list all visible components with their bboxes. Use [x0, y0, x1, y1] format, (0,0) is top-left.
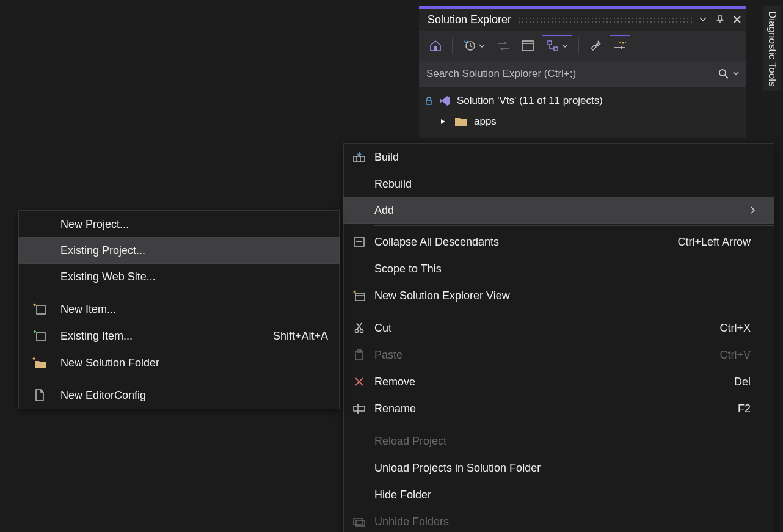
search-placeholder: Search Solution Explorer (Ctrl+;) [426, 68, 718, 80]
svg-point-9 [719, 70, 726, 76]
new-folder-icon [19, 357, 60, 369]
menu-item-new-project[interactable]: New Project... [19, 211, 339, 238]
folder-label: apps [474, 115, 497, 128]
menu-item-rebuild[interactable]: Rebuild [344, 170, 774, 197]
close-icon[interactable] [733, 15, 741, 24]
menu-item-existing-website[interactable]: Existing Web Site... [19, 263, 339, 290]
menu-item-scope[interactable]: Scope to This [344, 255, 774, 282]
menu-item-unload-projects[interactable]: Unload Projects in Solution Folder [344, 454, 774, 481]
search-dropdown-icon[interactable] [733, 71, 739, 76]
menu-item-remove[interactable]: Remove Del [344, 368, 774, 395]
lock-icon [425, 97, 432, 105]
history-dropdown-icon[interactable] [459, 35, 489, 56]
menu-separator [374, 425, 774, 425]
folder-row-apps[interactable]: apps [419, 111, 746, 132]
menu-item-build[interactable]: Build [344, 144, 774, 170]
context-menu-add: New Project... Existing Project... Exist… [18, 210, 340, 409]
svg-point-6 [622, 42, 624, 44]
collapse-icon [344, 237, 374, 247]
menu-item-cut[interactable]: Cut Ctrl+X [344, 315, 774, 341]
menu-item-add[interactable]: Add [343, 197, 774, 224]
menu-item-existing-project[interactable]: Existing Project... [18, 237, 340, 264]
svg-point-19 [355, 330, 359, 333]
properties-icon[interactable] [610, 35, 630, 56]
menu-item-new-view[interactable]: New Solution Explorer View [344, 282, 774, 309]
context-menu-main: Build Rebuild Add Collapse All Descendan… [343, 143, 774, 532]
menu-item-collapse-all[interactable]: Collapse All Descendants Ctrl+Left Arrow [344, 228, 774, 255]
svg-rect-2 [522, 41, 533, 51]
svg-rect-4 [548, 41, 552, 45]
wrench-icon[interactable] [585, 35, 606, 56]
solution-explorer-toolbar [419, 31, 746, 61]
panel-title: Solution Explorer [428, 13, 511, 26]
expander-icon[interactable] [440, 118, 448, 125]
svg-rect-27 [354, 519, 362, 525]
menu-item-rename[interactable]: Rename F2 [344, 395, 774, 422]
solution-explorer-panel: Solution Explorer [419, 6, 746, 138]
menu-item-unhide-folders: Unhide Folders [344, 508, 774, 532]
solution-tree: Solution 'Vts' (11 of 11 projects) apps [419, 87, 746, 138]
existing-item-icon [19, 330, 60, 342]
sync-icon[interactable] [493, 35, 514, 56]
grip-dots[interactable] [517, 16, 693, 23]
menu-item-paste: Paste Ctrl+V [344, 341, 774, 368]
svg-rect-5 [554, 47, 558, 51]
svg-rect-17 [355, 293, 365, 301]
svg-rect-23 [354, 406, 365, 411]
remove-icon [344, 377, 374, 387]
rename-icon [344, 404, 374, 414]
svg-rect-30 [37, 332, 45, 341]
menu-item-existing-item[interactable]: Existing Item... Shift+Alt+A [19, 322, 339, 349]
menu-separator [374, 225, 774, 226]
build-icon [344, 151, 374, 162]
paste-icon [344, 349, 374, 360]
folder-icon [454, 117, 468, 126]
separator [452, 37, 453, 54]
file-icon [19, 389, 60, 401]
pin-icon[interactable] [716, 15, 724, 24]
dropdown-icon[interactable] [699, 15, 707, 24]
svg-rect-29 [37, 305, 45, 314]
diagnostic-tools-tab[interactable]: Diagnostic Tools [763, 6, 781, 91]
svg-rect-11 [426, 100, 431, 104]
svg-rect-12 [354, 156, 365, 162]
home-icon[interactable] [425, 35, 446, 56]
unhide-icon [344, 517, 374, 527]
solution-icon [439, 95, 451, 106]
new-item-icon [19, 303, 60, 315]
menu-item-reload-project: Reload Project [344, 428, 774, 454]
new-view-icon [344, 290, 374, 301]
svg-rect-0 [434, 46, 437, 51]
cut-icon [344, 322, 374, 333]
separator [578, 37, 579, 54]
menu-separator [74, 293, 339, 293]
menu-item-new-solution-folder[interactable]: New Solution Folder [19, 349, 339, 376]
menu-separator [374, 312, 774, 312]
solution-root-row[interactable]: Solution 'Vts' (11 of 11 projects) [419, 90, 746, 111]
menu-item-hide-folder[interactable]: Hide Folder [344, 481, 774, 508]
solution-label: Solution 'Vts' (11 of 11 projects) [457, 95, 603, 107]
menu-item-new-editorconfig[interactable]: New EditorConfig [19, 382, 339, 409]
solution-search[interactable]: Search Solution Explorer (Ctrl+;) [419, 61, 746, 87]
svg-point-20 [360, 330, 363, 333]
search-icon[interactable] [718, 68, 729, 79]
solution-explorer-header: Solution Explorer [419, 9, 746, 31]
window-icon[interactable] [517, 35, 538, 56]
menu-separator [74, 379, 339, 379]
submenu-arrow-icon [751, 206, 763, 214]
menu-item-new-item[interactable]: New Item... [19, 296, 339, 322]
hierarchy-dropdown-icon[interactable] [542, 35, 572, 56]
svg-line-10 [725, 75, 728, 78]
